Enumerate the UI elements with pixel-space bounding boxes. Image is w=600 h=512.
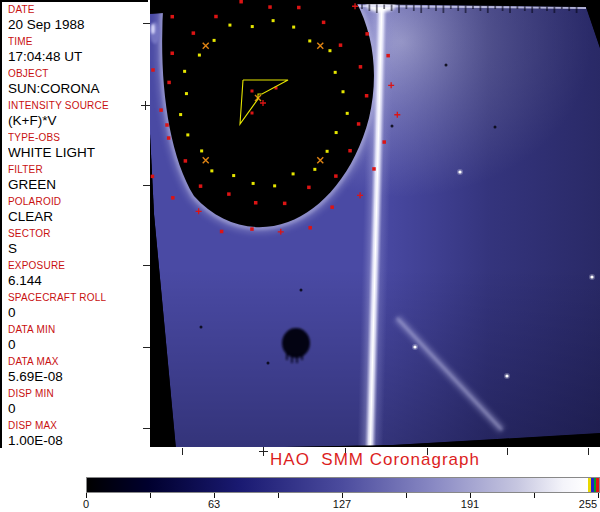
fiducial-dot [165,123,169,127]
colorbar-label: 0 [83,498,89,510]
fiducial-dot [365,94,369,98]
fiducial-dot [227,192,231,196]
metadata-value: 20 Sep 1988 [8,17,148,33]
fiducial-dot [186,133,189,136]
metadata-value: WHITE LIGHT [8,145,148,161]
fiducial-dot [308,39,311,42]
metadata-field: POLAROIDCLEAR [8,196,148,228]
fiducial-dot [342,90,345,93]
metadata-label: INTENSITY SOURCE [8,100,148,112]
fiducial-dot [335,131,338,134]
metadata-value: S [8,241,148,257]
metadata-field: SPACECRAFT ROLL0 [8,292,148,324]
metadata-value: 0 [8,337,148,353]
axis-tick [143,347,150,348]
metadata-label: DISP MIN [8,388,148,400]
metadata-label: OBJECT [8,68,148,80]
smm-coronagraph-window: DATE20 Sep 1988TIME17:04:48 UTOBJECTSUN:… [0,0,600,512]
colorbar-tick [534,493,535,498]
metadata-label: TIME [8,36,148,48]
metadata-label: SPACECRAFT ROLL [8,292,148,304]
fiducial-dot [199,184,203,188]
fiducial-dot [254,201,258,205]
fiducial-dot [348,149,352,153]
metadata-value: CLEAR [8,209,148,225]
metadata-sidebar: DATE20 Sep 1988TIME17:04:48 UTOBJECTSUN:… [0,0,148,448]
metadata-field: INTENSITY SOURCE(K+F)*V [8,100,148,132]
metadata-field: TYPE-OBSWHITE LIGHT [8,132,148,164]
metadata-field: DISP MIN0 [8,388,148,420]
fiducial-dot [339,43,343,47]
fiducial-dot [292,172,295,175]
fiducial-dot [334,71,337,74]
fiducial-dot [179,113,182,116]
fiducial-dot [382,140,386,144]
fiducial-dot [167,81,171,85]
colorbar-tick [278,493,279,498]
fiducial-dot [171,15,175,18]
metadata-field: SECTORS [8,228,148,260]
fiducial-dot [239,0,243,3]
metadata-field: OBJECTSUN:CORONA [8,68,148,100]
fiducial-dot [214,15,218,19]
image-title: HAO SMM Coronagraph [150,450,600,470]
fiducial-dot [200,149,203,152]
axis-tick [143,428,150,429]
colorbar-label: 191 [461,498,479,510]
colorbar-tick [598,493,599,498]
fiducial-dot [185,92,188,95]
colorbar-label: 127 [333,498,351,510]
metadata-label: FILTER [8,164,148,176]
colorbar-tick [406,493,407,498]
fiducial-dot [210,169,213,172]
axis-tick [143,23,150,24]
axis-tick [145,101,146,110]
metadata-label: TYPE-OBS [8,132,148,144]
metadata-field: DISP MAX1.00E-08 [8,420,148,452]
fiducial-dot [232,174,235,177]
fiducial-dot [192,31,196,35]
colorbar [86,477,600,493]
fiducial-dot [228,24,231,27]
fiducial-dot [330,205,334,209]
metadata-value: GREEN [8,177,148,193]
metadata-label: POLAROID [8,196,148,208]
fiducial-dot [359,65,363,69]
fiducial-dot [322,21,326,25]
fiducial-dot [272,19,275,22]
metadata-value: 5.69E-08 [8,369,148,385]
fiducial-dot [273,184,276,187]
metadata-value: 17:04:48 UT [8,49,148,65]
fiducial-dot [171,196,175,200]
fiducial-dot [334,174,338,178]
fiducial-dot [151,68,155,72]
metadata-label: DATE [8,4,148,16]
metadata-value: 6.144 [8,273,148,289]
fiducial-dot [307,186,311,190]
colorbar-tick [150,493,151,498]
fiducial-dot [365,32,369,36]
fiducial-dot [328,49,331,52]
fiducial-dot [220,230,224,234]
metadata-label: SECTOR [8,228,148,240]
metadata-value: 1.00E-08 [8,433,148,449]
metadata-field: FILTERGREEN [8,164,148,196]
coronagraph-image-area[interactable] [150,0,600,447]
fiducial-dot [313,168,316,171]
fiducial-dot [372,167,376,171]
fiducial-dot [251,112,254,115]
fiducial-dot [151,175,155,179]
metadata-field: TIME17:04:48 UT [8,36,148,68]
fiducial-dot [326,150,329,153]
fiducial-dot [386,54,390,58]
fiducial-dot [252,182,255,185]
metadata-label: DATA MAX [8,356,148,368]
axis-tick [143,185,150,186]
fiducial-dot [251,90,254,93]
metadata-field: DATA MIN0 [8,324,148,356]
fiducial-dot [357,122,361,126]
fiducial-dot [213,39,216,42]
metadata-label: DATA MIN [8,324,148,336]
fiducial-dot [297,6,301,10]
metadata-value: 0 [8,305,148,321]
